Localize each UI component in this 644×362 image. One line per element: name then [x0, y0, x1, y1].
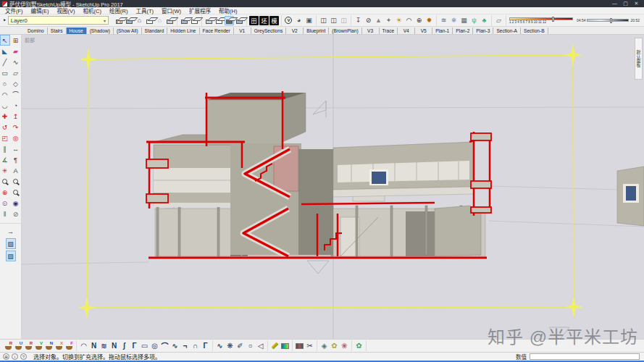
scene-tab-section-b[interactable]: Section-B: [521, 28, 548, 34]
frame-window-icon[interactable]: ◫: [319, 16, 328, 25]
batch-render-icon[interactable]: ◫: [329, 16, 338, 25]
rotated-rectangle-tool[interactable]: ▱: [11, 67, 21, 78]
freehand-tool[interactable]: ∿: [11, 56, 21, 67]
pencil-curve-icon[interactable]: ✐: [235, 341, 245, 350]
leaf-icon[interactable]: ✿: [354, 341, 364, 350]
vertex-tool-n[interactable]: N: [44, 341, 54, 350]
scene-tab-standard[interactable]: Standard: [142, 28, 168, 34]
scene-tab-house[interactable]: House: [67, 28, 87, 34]
month-slider-bar[interactable]: [509, 17, 573, 20]
back-edges-icon[interactable]: [225, 16, 234, 25]
push-pull-tool[interactable]: ↥: [11, 111, 21, 122]
bezier-circle-icon[interactable]: ◎: [150, 341, 159, 350]
protractor-tool[interactable]: ∡: [0, 154, 10, 165]
circle-pencil-icon[interactable]: ⊘: [364, 16, 373, 25]
vertex-tool-x[interactable]: X: [54, 341, 64, 350]
spray-icon[interactable]: ✦: [384, 16, 393, 25]
polygon-tool[interactable]: ◇: [11, 78, 21, 89]
vertex-tool-f[interactable]: F: [64, 341, 74, 350]
time-slider-bar[interactable]: [587, 19, 629, 22]
dome-icon[interactable]: ◠: [404, 16, 414, 25]
time-slider-thumb[interactable]: [610, 18, 612, 23]
rotate-tool[interactable]: ↺: [0, 122, 10, 132]
vertex-tool-v[interactable]: V: [34, 341, 43, 350]
menu-item-6[interactable]: 窗口(W): [162, 7, 181, 14]
close-button[interactable]: ✕: [631, 0, 642, 7]
paint-bucket-tool[interactable]: ◣: [0, 46, 10, 56]
follow-me-tool[interactable]: ↷: [11, 122, 21, 132]
scene-tab-stairs[interactable]: Stairs: [48, 28, 67, 34]
sun-icon[interactable]: ☀: [394, 16, 403, 25]
default-tray-tab[interactable]: 默认面板: [635, 38, 643, 80]
grass-icon[interactable]: ψ: [469, 16, 479, 25]
pi-button[interactable]: 坯: [259, 16, 269, 25]
bezier-rect-icon[interactable]: ▭: [140, 341, 149, 350]
color-swatch-icon[interactable]: [280, 341, 290, 350]
move-tool[interactable]: ✚: [0, 111, 10, 122]
bezier-corner2-icon[interactable]: ¬: [180, 341, 190, 350]
look-around-tool[interactable]: ◉: [11, 198, 21, 209]
triangle-curve-icon[interactable]: ◁: [256, 341, 265, 350]
fog-icon[interactable]: ≋: [439, 16, 448, 25]
scene-tab-v3[interactable]: V3: [362, 28, 380, 34]
scene-tab-domino[interactable]: Domino: [25, 28, 48, 34]
plumb-icon[interactable]: ↧: [354, 16, 363, 25]
brush-icon[interactable]: [270, 341, 280, 350]
scene-tab-shadow[interactable]: (Shadow): [87, 28, 114, 34]
scene-tab-v1[interactable]: V1: [234, 28, 251, 34]
dots-box-icon[interactable]: ▦: [459, 16, 469, 25]
vertex-tool-r2[interactable]: R: [24, 341, 33, 350]
pie-tool[interactable]: ◔: [11, 100, 21, 111]
menu-item-8[interactable]: 帮助(H): [219, 7, 237, 14]
scene-tab-plan-2[interactable]: Plan-2: [453, 28, 473, 34]
chevron-down-icon[interactable]: ▾: [104, 18, 106, 23]
zoom-tool[interactable]: [0, 176, 10, 187]
text-tool[interactable]: ¶: [11, 154, 21, 165]
circle-curve-icon[interactable]: ○: [246, 341, 255, 350]
scene-tab-v5[interactable]: V5: [415, 28, 432, 34]
line-tool[interactable]: ╱: [0, 56, 10, 67]
section-plane-tool[interactable]: ⊘: [11, 209, 21, 219]
credits-icon[interactable]: i: [12, 353, 18, 360]
wire-box-icon[interactable]: [190, 16, 199, 25]
leaves-icon[interactable]: ♣: [480, 16, 489, 25]
open-box-icon[interactable]: [145, 16, 154, 25]
home-view-icon[interactable]: ⌂: [135, 16, 144, 25]
material-range-icon[interactable]: [295, 341, 304, 350]
layer-combobox[interactable]: Layer0 ▾: [8, 16, 109, 25]
model-canvas[interactable]: [22, 35, 644, 339]
help-icon[interactable]: ?: [20, 353, 27, 360]
axes-tool[interactable]: ✳: [0, 165, 10, 176]
walk-tool[interactable]: ‖: [0, 209, 10, 219]
viewport-3d[interactable]: 前部 默认面板: [22, 35, 644, 339]
scene-tab-trace[interactable]: Trace: [380, 28, 398, 34]
menu-item-3[interactable]: 相机(C): [83, 7, 101, 14]
house-outline-icon[interactable]: ⌂: [155, 16, 164, 25]
shaded-icon[interactable]: [125, 16, 134, 25]
menu-item-7[interactable]: 扩展程序: [189, 7, 211, 14]
tape-measure-tool[interactable]: ∥: [0, 143, 10, 154]
freehand-curve-icon[interactable]: ∿: [215, 341, 225, 350]
hide-rest-arrow-icon[interactable]: →: [6, 226, 16, 237]
menu-item-0[interactable]: 文件(F): [5, 7, 23, 14]
snow-icon[interactable]: ❄: [449, 16, 459, 25]
maximize-button[interactable]: ▢: [620, 0, 631, 7]
scene-tab-blueprint[interactable]: Blueprint: [304, 28, 329, 34]
menu-item-5[interactable]: 工具(T): [135, 7, 154, 14]
cone-flag-icon[interactable]: ▲: [374, 16, 383, 25]
scene-tab-section-a[interactable]: Section-A: [493, 28, 521, 34]
circle-tool[interactable]: ○: [0, 78, 10, 89]
position-camera-tool[interactable]: ⊙: [0, 198, 10, 209]
scissors-icon[interactable]: ✂: [305, 341, 314, 350]
tian-button[interactable]: 田: [249, 16, 259, 25]
shadow-box-icon[interactable]: [180, 16, 189, 25]
scene-tab-plan-3[interactable]: Plan-3: [473, 28, 493, 34]
shadow-month-slider[interactable]: 1 2 3 4 5 6 7 8 9 10 11 12: [509, 17, 573, 24]
two-point-arc-tool[interactable]: ⌒: [11, 89, 21, 100]
measurements-input[interactable]: [530, 353, 640, 360]
bezier-multi-icon[interactable]: ≋: [99, 341, 109, 350]
dimension-tool[interactable]: ↔: [11, 143, 21, 154]
scene-tab-brownplan[interactable]: (BrownPlan): [329, 28, 361, 34]
display-section-planes-toggle[interactable]: ▧: [6, 238, 16, 249]
make-component-tool[interactable]: ⊞: [11, 35, 21, 46]
